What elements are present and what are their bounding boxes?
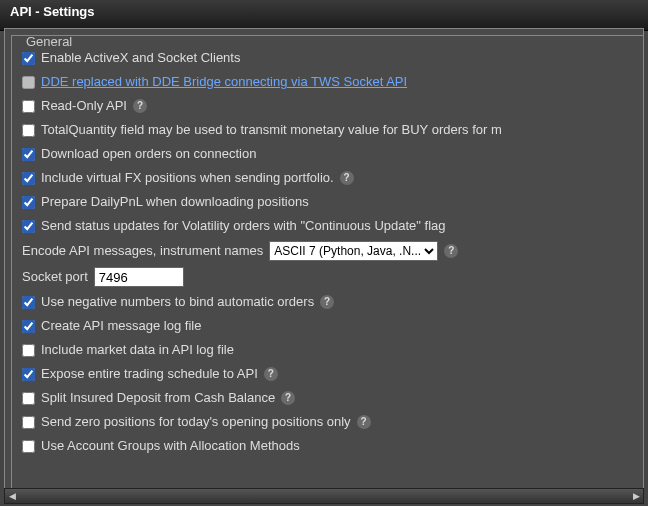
row-socket-port: Socket port — [20, 264, 635, 290]
scroll-right-icon[interactable]: ▶ — [629, 490, 643, 502]
help-icon[interactable]: ? — [320, 295, 334, 309]
row-vol-status: Send status updates for Volatility order… — [20, 214, 635, 238]
label-expose-sched: Expose entire trading schedule to API — [41, 365, 258, 383]
row-download-open: Download open orders on connection — [20, 142, 635, 166]
row-prepare-pnl: Prepare DailyPnL when downloading positi… — [20, 190, 635, 214]
label-read-only: Read-Only API — [41, 97, 127, 115]
help-icon[interactable]: ? — [357, 415, 371, 429]
label-socket-port: Socket port — [22, 268, 88, 286]
row-zero-pos: Send zero positions for today's opening … — [20, 410, 635, 434]
input-socket-port[interactable] — [94, 267, 184, 287]
label-encode: Encode API messages, instrument names — [22, 242, 263, 260]
row-enable-activex: Enable ActiveX and Socket Clients — [20, 46, 635, 70]
label-enable-activex: Enable ActiveX and Socket Clients — [41, 49, 240, 67]
checkbox-vol-status[interactable] — [22, 220, 35, 233]
label-msg-log: Create API message log file — [41, 317, 201, 335]
row-include-fx: Include virtual FX positions when sendin… — [20, 166, 635, 190]
checkbox-neg-numbers[interactable] — [22, 296, 35, 309]
label-vol-status: Send status updates for Volatility order… — [41, 217, 446, 235]
row-mkt-data-log: Include market data in API log file — [20, 338, 635, 362]
label-zero-pos: Send zero positions for today's opening … — [41, 413, 351, 431]
api-settings-window: API - Settings General Enable ActiveX an… — [0, 0, 648, 506]
checkbox-total-qty[interactable] — [22, 124, 35, 137]
label-mkt-data-log: Include market data in API log file — [41, 341, 234, 359]
row-dde-bridge: DDE replaced with DDE Bridge connecting … — [20, 70, 635, 94]
checkbox-expose-sched[interactable] — [22, 368, 35, 381]
checkbox-include-fx[interactable] — [22, 172, 35, 185]
general-group: General Enable ActiveX and Socket Client… — [11, 35, 643, 489]
label-download-open: Download open orders on connection — [41, 145, 256, 163]
label-neg-numbers: Use negative numbers to bind automatic o… — [41, 293, 314, 311]
select-encoding[interactable]: ASCII 7 (Python, Java, .N... — [269, 241, 438, 261]
label-prepare-pnl: Prepare DailyPnL when downloading positi… — [41, 193, 309, 211]
label-include-fx: Include virtual FX positions when sendin… — [41, 169, 334, 187]
window-title: API - Settings — [0, 0, 648, 31]
row-total-qty: TotalQuantity field may be used to trans… — [20, 118, 635, 142]
checkbox-download-open[interactable] — [22, 148, 35, 161]
help-icon[interactable]: ? — [444, 244, 458, 258]
help-icon[interactable]: ? — [340, 171, 354, 185]
row-neg-numbers: Use negative numbers to bind automatic o… — [20, 290, 635, 314]
checkbox-zero-pos[interactable] — [22, 416, 35, 429]
checkbox-acct-groups[interactable] — [22, 440, 35, 453]
horizontal-scrollbar[interactable]: ◀ ▶ — [4, 488, 644, 504]
row-acct-groups: Use Account Groups with Allocation Metho… — [20, 434, 635, 458]
checkbox-msg-log[interactable] — [22, 320, 35, 333]
label-total-qty: TotalQuantity field may be used to trans… — [41, 121, 502, 139]
help-icon[interactable]: ? — [264, 367, 278, 381]
settings-panel: General Enable ActiveX and Socket Client… — [4, 28, 644, 490]
link-dde-bridge[interactable]: DDE replaced with DDE Bridge connecting … — [41, 73, 407, 91]
row-encode: Encode API messages, instrument names AS… — [20, 238, 635, 264]
row-read-only: Read-Only API ? — [20, 94, 635, 118]
label-acct-groups: Use Account Groups with Allocation Metho… — [41, 437, 300, 455]
row-split-insured: Split Insured Deposit from Cash Balance … — [20, 386, 635, 410]
group-label: General — [22, 35, 76, 49]
checkbox-read-only[interactable] — [22, 100, 35, 113]
help-icon[interactable]: ? — [133, 99, 147, 113]
row-expose-sched: Expose entire trading schedule to API ? — [20, 362, 635, 386]
checkbox-split-insured[interactable] — [22, 392, 35, 405]
row-msg-log: Create API message log file — [20, 314, 635, 338]
checkbox-enable-activex[interactable] — [22, 52, 35, 65]
help-icon[interactable]: ? — [281, 391, 295, 405]
checkbox-prepare-pnl[interactable] — [22, 196, 35, 209]
checkbox-dde-bridge — [22, 76, 35, 89]
label-split-insured: Split Insured Deposit from Cash Balance — [41, 389, 275, 407]
checkbox-mkt-data-log[interactable] — [22, 344, 35, 357]
scroll-left-icon[interactable]: ◀ — [5, 490, 19, 502]
